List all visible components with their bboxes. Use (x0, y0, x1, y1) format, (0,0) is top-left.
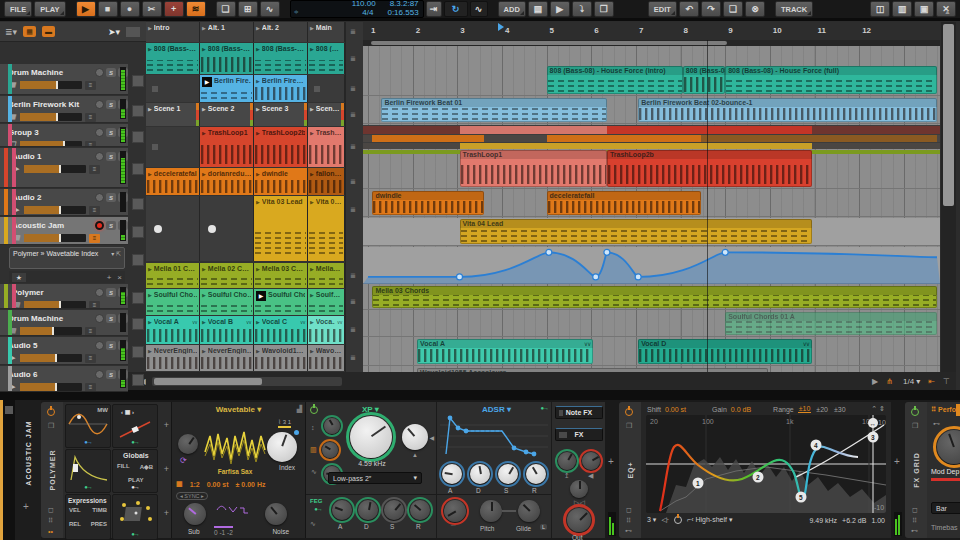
oscillator-type-dropdown[interactable]: Wavetable ▾ (172, 405, 305, 414)
clip-cell[interactable]: ▶Vocal C∨∨ (254, 316, 308, 344)
keytrack-icon[interactable]: ▦ (176, 480, 183, 488)
fxgrid-remote-icon[interactable]: ⠿ (912, 517, 917, 525)
band-freq-value[interactable]: 9.49 kHz (809, 517, 837, 524)
horizontal-scrollbar[interactable] (152, 377, 342, 386)
clip-cell[interactable]: ▶Vocal A∨∨ (146, 316, 200, 344)
arrange-view-button[interactable]: ▣ (914, 1, 934, 17)
arranger-clip[interactable]: Mella 03 Chords (372, 286, 937, 308)
noise-knob[interactable] (265, 503, 287, 525)
track-list-menu-icon[interactable]: ≣▾ (5, 27, 17, 37)
band-q-value[interactable]: 1.00 (871, 517, 885, 524)
record-arm-button[interactable] (95, 341, 104, 350)
eq-power-icon[interactable] (625, 408, 633, 416)
fxgrid-macro-knob[interactable] (937, 430, 960, 464)
record-arm-button[interactable] (95, 288, 104, 297)
delete-button[interactable]: ⊗ (745, 1, 765, 17)
edit-menu-button[interactable]: EDIT (648, 1, 677, 17)
arranger-clip[interactable]: 808 (Bass-08) - House Force (full) (725, 66, 937, 94)
range-10-option[interactable]: ±10 (798, 405, 812, 413)
snap-setting[interactable]: 1/4 ▾ (903, 377, 920, 386)
mod-route-icon[interactable]: ●→ (131, 531, 139, 537)
scene-header-3[interactable]: ▶Alt. 2 (254, 22, 308, 42)
launcher-cell[interactable] (146, 75, 200, 102)
solo-button[interactable]: S (106, 128, 116, 137)
track-header-audio5[interactable]: Audio 5SM▶≡ (0, 337, 128, 365)
index-knob[interactable] (267, 432, 297, 462)
gain-value[interactable]: 0.0 dB (731, 406, 751, 413)
solo-button[interactable]: S (106, 221, 116, 230)
mod-route-icon[interactable]: ●→ (131, 439, 139, 445)
fine-value[interactable]: ± 0.00 Hz (236, 481, 266, 488)
feg-attack-knob[interactable] (332, 500, 352, 520)
track-crossfade-button[interactable] (132, 318, 144, 330)
arranger-clip[interactable]: dwindle (372, 191, 484, 215)
solo-button[interactable]: S (106, 68, 116, 77)
band-type-dropdown[interactable]: ⌐‹ High-shelf ▾ (687, 516, 732, 524)
sub-octave-selector[interactable]: 0 -1 -2 (214, 526, 233, 536)
track-crossfade-button[interactable] (132, 374, 144, 386)
modulator-mod-wheel[interactable]: MW ●→ (65, 404, 111, 448)
arranger-clip[interactable]: 808 (Bass-08) (683, 66, 725, 94)
cutoff-value[interactable]: 4.59 kHz (348, 460, 396, 467)
clip-cell[interactable]: ▶deceleratefall (146, 168, 200, 195)
arranger-clip[interactable]: TrashLoop1 (460, 150, 607, 187)
arranger-clip[interactable]: Soulful Chords 01 A (725, 312, 937, 335)
fxgrid-device-header[interactable]: ❐ FX GRID ◻ ⠿ ⊷ (905, 402, 927, 538)
play-cursor-icon[interactable]: ▶ (550, 1, 570, 17)
scene-queue-icon[interactable]: ≣ (350, 178, 356, 186)
volume-slider[interactable] (20, 81, 82, 89)
clip-cell[interactable]: ▶Vita 0… (308, 196, 345, 261)
amp-sustain-knob[interactable] (498, 464, 518, 484)
record-arm-button[interactable] (95, 100, 104, 109)
clip-cell[interactable]: ▶NeverEngin… (146, 345, 200, 371)
polymer-window-icon[interactable]: ◻ (48, 506, 54, 514)
scene-queue-icon[interactable]: ≣ (350, 111, 356, 119)
voices-knob[interactable] (570, 480, 588, 498)
record-arm-button[interactable] (95, 314, 104, 323)
scene-header-1[interactable]: ▶Intro (146, 22, 200, 42)
eq-expand-icon[interactable]: ⊷ (625, 527, 632, 535)
clip-cell[interactable]: ▶Mella 02 C… (200, 263, 254, 288)
sub-wave-icons[interactable] (216, 504, 250, 520)
band-count-dropdown[interactable]: 3 ▾ (647, 516, 656, 524)
scene-queue-icon[interactable]: ≣ (350, 326, 356, 334)
volume-slider[interactable] (20, 141, 82, 147)
amp-env-dropdown[interactable]: ADSR ▾ (482, 405, 511, 414)
filter-spread-icon[interactable]: ↕ (311, 424, 315, 431)
track-crossfade-button[interactable] (132, 346, 144, 358)
play-menu-button[interactable]: PLAY (34, 1, 65, 17)
clip-cell[interactable]: ▶808 (Bass-… (200, 43, 254, 74)
file-menu-button[interactable]: FILE (4, 1, 32, 17)
automation-follow-icon[interactable]: ∿ (470, 1, 488, 17)
record-button[interactable]: ● (120, 1, 140, 17)
clip-cell[interactable]: ▶Mella 01 C… (146, 263, 200, 288)
solo-button[interactable]: S (106, 288, 116, 297)
add-modulator-icon[interactable]: + (164, 420, 169, 430)
launcher-cell[interactable] (146, 127, 200, 167)
favorite-star-icon[interactable]: ★ (12, 273, 26, 282)
add-modulator-icon[interactable]: + (164, 508, 169, 518)
band-listen-icon[interactable]: ◁· (661, 516, 669, 524)
track-crossfade-button[interactable] (132, 131, 144, 143)
arranger-clip[interactable]: Berlin Firework Beat 02-bounce-1 (638, 98, 937, 122)
eq-window-icon[interactable]: ◻ (626, 506, 632, 514)
track-crossfade-button[interactable] (132, 226, 144, 238)
mixer-view-button[interactable]: ▥ (892, 1, 912, 17)
fxgrid-power-icon[interactable] (911, 408, 919, 416)
eq-zoom-icon[interactable]: ⌃ ⇕ (871, 405, 885, 413)
polymer-device-header[interactable]: ❐ POLYMER ◻ ⠿ •• (41, 402, 63, 538)
track-crossfade-button[interactable] (132, 292, 144, 304)
volume-slider[interactable] (24, 301, 86, 309)
track-header-audio2[interactable]: Audio 2SM▶≡ (0, 189, 128, 216)
wavetable-browser-icon[interactable]: ▟ (297, 405, 302, 413)
shift-value[interactable]: 0.00 st (665, 406, 686, 413)
solo-button[interactable]: S (106, 100, 116, 109)
polymer-remote-icon[interactable]: ⠿ (48, 517, 53, 525)
band-gain-value[interactable]: +6.2 dB (842, 517, 866, 524)
mod-route-icon[interactable]: ●→ (84, 439, 92, 445)
clip-cell[interactable]: ▶808 (Bass-… (254, 43, 308, 74)
env-route-icon[interactable]: ●→ (540, 405, 548, 411)
track-header-audio1[interactable]: Audio 1SM▶≡ (0, 148, 128, 188)
scene-queue-icon[interactable]: ≣ (350, 354, 356, 362)
group-scene-cell[interactable]: ▶Scene 1 (146, 103, 200, 126)
